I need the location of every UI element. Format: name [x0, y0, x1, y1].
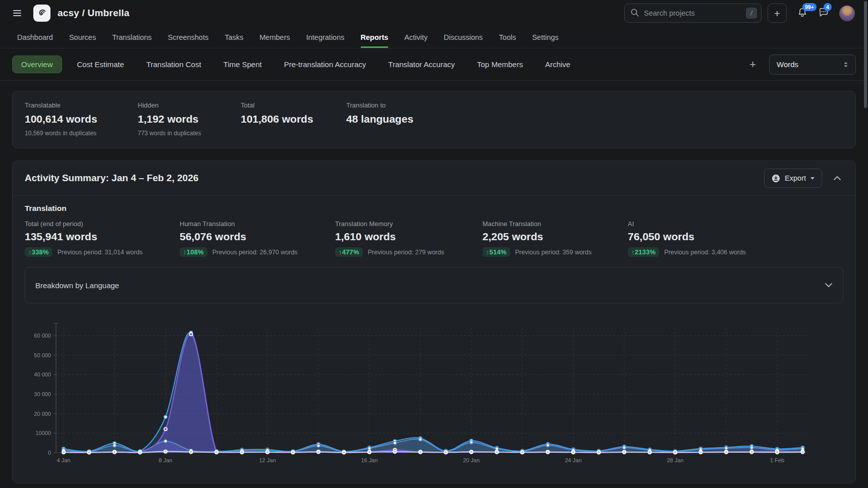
chevron-up-icon: [833, 176, 841, 181]
stat-human-translation: Human Translation 56,076 words ↑108% Pre…: [180, 220, 335, 257]
change-badge: ↑2133%: [628, 247, 659, 257]
svg-text:50 000: 50 000: [34, 352, 51, 358]
svg-text:8 Jan: 8 Jan: [159, 457, 173, 463]
unit-select-value: Words: [777, 60, 798, 69]
messages-count-badge: 4: [824, 3, 832, 11]
svg-text:12 Jan: 12 Jan: [259, 457, 276, 463]
translation-section-title: Translation: [25, 204, 843, 213]
change-badge: ↑338%: [25, 247, 52, 257]
messages-button[interactable]: 4: [818, 7, 829, 20]
words-summary-card: Translatable 100,614 words 10,569 words …: [12, 91, 856, 148]
nav-item-sources[interactable]: Sources: [69, 26, 96, 48]
unit-select-dropdown[interactable]: Words: [769, 55, 856, 75]
nav-item-integrations[interactable]: Integrations: [306, 26, 345, 48]
change-badge: ↑477%: [335, 247, 363, 257]
subnav-tab-translator-accuracy[interactable]: Translator Accuracy: [388, 60, 455, 69]
translation-stats-row: Total (end of period) 135,941 words ↑338…: [25, 220, 843, 257]
collapse-section-button[interactable]: [831, 173, 843, 184]
svg-text:1 Feb: 1 Feb: [770, 457, 784, 463]
topbar: acsy / Umbrella / + 99+ 4: [0, 0, 868, 26]
scrollbar-thumb[interactable]: [864, 1, 867, 108]
notifications-count-badge: 99+: [802, 3, 817, 11]
svg-text:16 Jan: 16 Jan: [361, 457, 377, 463]
svg-text:24 Jan: 24 Jan: [565, 457, 581, 463]
subnav-tab-top-members[interactable]: Top Members: [477, 60, 523, 69]
svg-text:20 000: 20 000: [34, 411, 51, 417]
svg-text:28 Jan: 28 Jan: [667, 457, 683, 463]
subnav-tab-time-spent[interactable]: Time Spent: [224, 60, 262, 69]
nav-item-dashboard[interactable]: Dashboard: [17, 26, 53, 48]
search-shortcut-key: /: [746, 8, 757, 19]
create-project-button[interactable]: +: [768, 4, 787, 23]
stat-total: Total 101,806 words: [241, 101, 346, 137]
activity-summary-card: Activity Summary: Jan 4 – Feb 2, 2026 Ex…: [12, 160, 856, 483]
nav-item-tasks[interactable]: Tasks: [225, 26, 243, 48]
notifications-button[interactable]: 99+: [797, 7, 808, 20]
nav-item-screenshots[interactable]: Screenshots: [168, 26, 209, 48]
select-arrows-icon: [843, 61, 848, 68]
svg-text:60 000: 60 000: [34, 333, 51, 339]
svg-text:10000: 10000: [35, 430, 51, 436]
svg-text:30 000: 30 000: [34, 391, 51, 397]
activity-summary-title: Activity Summary: Jan 4 – Feb 2, 2026: [25, 173, 198, 184]
stat-hidden: Hidden 1,192 words 773 words in duplicat…: [138, 101, 241, 137]
nav-item-translations[interactable]: Translations: [112, 26, 151, 48]
svg-text:40 000: 40 000: [34, 371, 51, 377]
nav-item-reports[interactable]: Reports: [361, 26, 389, 48]
app-logo[interactable]: [33, 5, 50, 22]
stat-translation-to: Translation to 48 languages: [346, 101, 413, 137]
search-input[interactable]: [624, 4, 762, 23]
page-scrollbar[interactable]: [863, 0, 868, 488]
add-report-button[interactable]: +: [749, 59, 756, 70]
stat-total-end-of-period: Total (end of period) 135,941 words ↑338…: [25, 220, 180, 257]
change-badge: ↑514%: [482, 247, 510, 257]
subnav-tab-archive[interactable]: Archive: [545, 60, 570, 69]
export-caret-icon: [810, 177, 815, 180]
subnav-tab-translation-cost[interactable]: Translation Cost: [146, 60, 201, 69]
nav-item-discussions[interactable]: Discussions: [444, 26, 482, 48]
search-box[interactable]: /: [624, 4, 762, 23]
chevron-down-icon: [825, 283, 833, 288]
breakdown-by-language-toggle[interactable]: Breakdown by Language: [25, 267, 843, 303]
stat-translation-memory: Translation Memory 1,610 words ↑477% Pre…: [335, 220, 482, 257]
export-button[interactable]: Export: [764, 169, 822, 188]
export-download-icon: [772, 174, 780, 183]
svg-text:20 Jan: 20 Jan: [463, 457, 479, 463]
subnav-tab-cost-estimate[interactable]: Cost Estimate: [77, 60, 124, 69]
export-label: Export: [785, 174, 806, 182]
subnav-tab-overview[interactable]: Overview: [12, 56, 62, 73]
activity-chart[interactable]: 01000020 00030 00040 00050 00060 0004 Ja…: [31, 315, 838, 473]
reports-subnav: Overview Cost Estimate Translation Cost …: [0, 48, 868, 81]
nav-item-members[interactable]: Members: [259, 26, 290, 48]
user-avatar[interactable]: [839, 6, 855, 21]
change-badge: ↑108%: [180, 247, 207, 257]
svg-text:0: 0: [48, 450, 51, 456]
nav-item-settings[interactable]: Settings: [532, 26, 558, 48]
search-icon: [630, 8, 639, 17]
project-title: acsy / Umbrella: [58, 8, 129, 19]
subnav-tab-pre-translation-accuracy[interactable]: Pre-translation Accuracy: [284, 60, 366, 69]
stat-machine-translation: Machine Translation 2,205 words ↑514% Pr…: [482, 220, 628, 257]
stat-ai: AI 76,050 words ↑2133% Previous period: …: [628, 220, 746, 257]
svg-text:4 Jan: 4 Jan: [57, 457, 71, 463]
main-nav: Dashboard Sources Translations Screensho…: [0, 26, 868, 48]
stat-translatable: Translatable 100,614 words 10,569 words …: [25, 101, 138, 137]
nav-item-tools[interactable]: Tools: [499, 26, 516, 48]
nav-item-activity[interactable]: Activity: [404, 26, 427, 48]
hamburger-menu-icon[interactable]: [9, 5, 25, 21]
